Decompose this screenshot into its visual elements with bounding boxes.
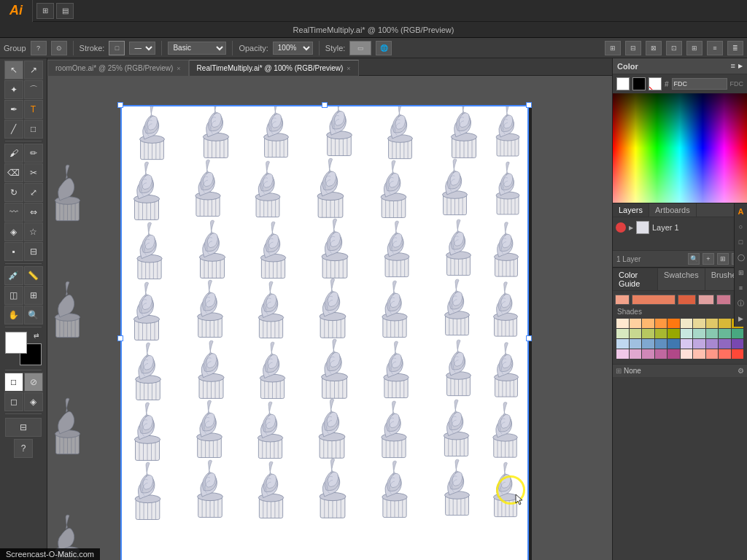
cg-cell-1[interactable] bbox=[616, 319, 629, 328]
cg-cell-37[interactable] bbox=[693, 349, 705, 359]
paintbrush-tool[interactable]: 🖌 bbox=[4, 144, 23, 163]
cg-swatch-2[interactable] bbox=[632, 295, 676, 305]
pen-tool[interactable]: ✒ bbox=[4, 100, 23, 119]
cg-cell-26[interactable] bbox=[681, 339, 693, 349]
handle-tr[interactable] bbox=[526, 102, 532, 108]
question-tool[interactable]: ? bbox=[14, 439, 33, 458]
layers-tab-layers[interactable]: Layers bbox=[613, 203, 649, 217]
cg-cell-28[interactable] bbox=[706, 339, 719, 349]
gradient-tool[interactable]: ◫ bbox=[4, 286, 23, 305]
stroke-color[interactable]: □ bbox=[109, 41, 125, 55]
icon-layers[interactable]: ≡ bbox=[735, 282, 747, 294]
cg-swatch-3[interactable] bbox=[678, 295, 696, 305]
cg-cell-22[interactable] bbox=[630, 339, 642, 349]
layer-row-1[interactable]: ▶ Layer 1 bbox=[613, 219, 747, 236]
column-graph-tool[interactable]: ▪ bbox=[4, 242, 23, 261]
color-panel-menu[interactable]: ▸ bbox=[738, 61, 743, 71]
tab-roomone-close[interactable]: × bbox=[177, 65, 180, 72]
foreground-color[interactable] bbox=[5, 332, 27, 354]
cg-cell-13[interactable] bbox=[642, 329, 654, 338]
fg-swatch[interactable] bbox=[616, 77, 630, 90]
artboard[interactable] bbox=[120, 105, 529, 560]
cg-cell-21[interactable] bbox=[616, 339, 629, 349]
color-hex-input[interactable] bbox=[672, 78, 727, 90]
artboard-tool[interactable]: ⊟ bbox=[24, 242, 43, 261]
type-tool[interactable]: T bbox=[24, 100, 43, 119]
workspace-menu[interactable]: ▤ bbox=[56, 3, 74, 19]
layers-tab-artboards[interactable]: Artboards bbox=[649, 203, 697, 217]
global-btn[interactable]: 🌐 bbox=[376, 41, 392, 55]
icon-rect[interactable]: □ bbox=[735, 236, 747, 248]
handle-mr[interactable] bbox=[526, 335, 532, 341]
document-canvas[interactable] bbox=[47, 76, 612, 560]
change-screen-mode[interactable]: ⊟ bbox=[5, 418, 42, 437]
handle-tl[interactable] bbox=[117, 102, 123, 108]
cg-cell-36[interactable] bbox=[681, 349, 693, 359]
none-swatch[interactable] bbox=[649, 77, 662, 90]
cg-cell-30[interactable] bbox=[732, 339, 744, 349]
blend-tool[interactable]: ◈ bbox=[4, 222, 23, 241]
cg-cell-16[interactable] bbox=[681, 329, 693, 338]
cg-cell-20[interactable] bbox=[732, 329, 744, 338]
measure-tool[interactable]: 📏 bbox=[24, 266, 43, 285]
cg-cell-32[interactable] bbox=[630, 349, 642, 359]
basic-select[interactable]: Basic bbox=[168, 42, 226, 55]
icon-a[interactable]: A bbox=[735, 206, 747, 217]
cg-cell-25[interactable] bbox=[667, 339, 680, 349]
layer-expand[interactable]: ▶ bbox=[629, 225, 633, 231]
question-btn[interactable]: ? bbox=[31, 41, 47, 55]
cg-cell-38[interactable] bbox=[706, 349, 719, 359]
cg-cell-23[interactable] bbox=[642, 339, 654, 349]
handle-ml[interactable] bbox=[117, 335, 123, 341]
swap-colors[interactable]: ⇄ bbox=[34, 332, 39, 339]
warp-tool[interactable]: 〰 bbox=[4, 203, 23, 222]
spectrum-gradient[interactable] bbox=[613, 93, 747, 203]
cg-cell-29[interactable] bbox=[719, 339, 731, 349]
hand-tool[interactable]: ✋ bbox=[4, 306, 23, 324]
fill-btn[interactable]: □ bbox=[4, 373, 23, 392]
cg-cell-34[interactable] bbox=[655, 349, 667, 359]
align-right[interactable]: ⊡ bbox=[666, 41, 682, 55]
cg-cell-3[interactable] bbox=[642, 319, 654, 328]
search-layer[interactable]: 🔍 bbox=[688, 253, 700, 265]
color-panel-collapse[interactable]: ≡ bbox=[731, 61, 735, 71]
eraser-tool[interactable]: ⌫ bbox=[4, 163, 23, 182]
direct-selection-tool[interactable]: ↗ bbox=[24, 61, 43, 79]
icon-info[interactable]: ⓘ bbox=[735, 298, 747, 309]
tab-roomone[interactable]: roomOne.ai* @ 25% (RGB/Preview) × bbox=[47, 60, 189, 76]
rotate-tool[interactable]: ↻ bbox=[4, 183, 23, 202]
icon-play[interactable]: ▶ bbox=[735, 313, 747, 324]
draw-inside[interactable]: ◈ bbox=[24, 392, 43, 411]
arrange-btn[interactable]: ⊞ bbox=[605, 41, 621, 55]
cg-cell-7[interactable] bbox=[693, 319, 705, 328]
normal-mode[interactable]: ◻ bbox=[4, 392, 23, 411]
icon-circle[interactable]: ○ bbox=[735, 221, 747, 233]
zoom-tool[interactable]: 🔍 bbox=[24, 306, 43, 324]
cg-cell-2[interactable] bbox=[630, 319, 642, 328]
stroke-select[interactable]: — bbox=[129, 42, 155, 55]
cg-cell-27[interactable] bbox=[693, 339, 705, 349]
align-bottom[interactable]: ≣ bbox=[727, 41, 743, 55]
style-swatch[interactable]: ▭ bbox=[349, 41, 371, 55]
cg-cell-8[interactable] bbox=[706, 319, 719, 328]
cg-swatch-4[interactable] bbox=[698, 295, 714, 305]
cg-cell-18[interactable] bbox=[706, 329, 719, 338]
cg-cell-14[interactable] bbox=[655, 329, 667, 338]
new-layer[interactable]: + bbox=[703, 253, 714, 265]
color-spectrum[interactable] bbox=[613, 93, 747, 203]
tab-swatches[interactable]: Swatches bbox=[658, 268, 705, 290]
cg-swatch-1[interactable] bbox=[615, 295, 630, 305]
cg-swatch-5[interactable] bbox=[716, 295, 731, 305]
line-tool[interactable]: ╱ bbox=[4, 120, 23, 139]
cg-cell-4[interactable] bbox=[655, 319, 667, 328]
tab-color-guide[interactable]: Color Guide bbox=[613, 268, 658, 290]
mesh-tool[interactable]: ⊞ bbox=[24, 286, 43, 305]
tab-realtimemultiply-close[interactable]: × bbox=[347, 65, 350, 72]
cg-cell-15[interactable] bbox=[667, 329, 680, 338]
cg-cell-12[interactable] bbox=[630, 329, 642, 338]
scale-tool[interactable]: ⤢ bbox=[24, 183, 43, 202]
cg-cell-24[interactable] bbox=[655, 339, 667, 349]
align-top[interactable]: ⊞ bbox=[686, 41, 703, 55]
lasso-tool[interactable]: ⌒ bbox=[24, 80, 43, 99]
cg-cell-9[interactable] bbox=[719, 319, 731, 328]
